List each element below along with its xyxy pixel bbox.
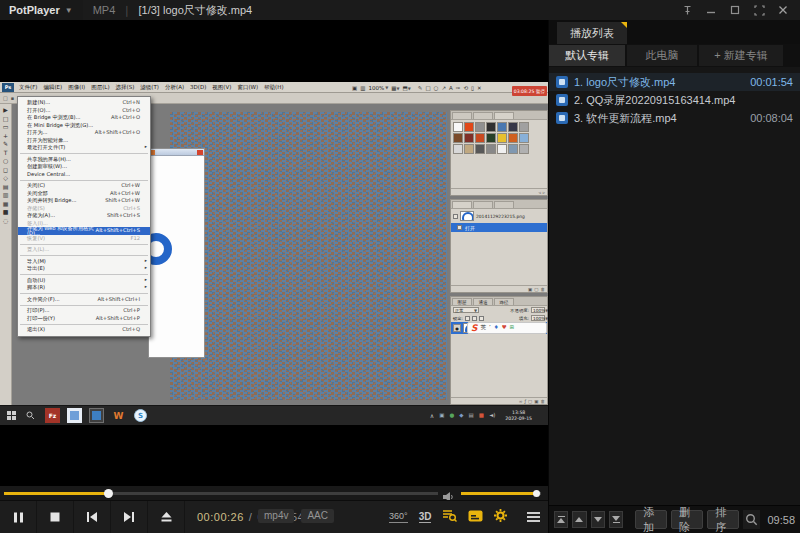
- taskbar-clock: 13:58 2022-09-15: [505, 410, 532, 421]
- title-codec-badge: MP4: [93, 4, 116, 16]
- taskbar-app-s: S: [134, 409, 147, 422]
- volume-slider[interactable]: [461, 492, 541, 495]
- video-codec-badge[interactable]: mp4v: [258, 509, 294, 523]
- playlist-item-duration: 00:01:54: [750, 76, 793, 88]
- ps-tool-icon: ▭: [3, 123, 9, 130]
- ps-tools-column: ▶□▭+✎T○◻◇▤▥▦■◌: [0, 104, 12, 405]
- ps-file-menu-item: 存储为 Web 和设备所用格式(D)... Alt+Shift+Ctrl+S: [18, 227, 150, 235]
- style-swatch: [475, 122, 485, 132]
- ps-file-menu-item: 文件简介(F)... Alt+Shift+Ctrl+I: [18, 296, 150, 304]
- style-swatch: [486, 133, 496, 143]
- volume-level: [461, 492, 537, 495]
- style-swatch: [497, 122, 507, 132]
- ps-history-panel: 20141129223215.png 打开 ▣▢🗑: [450, 199, 548, 293]
- ps-file-menu-item: 置入(L)...: [18, 246, 150, 254]
- maximize-button[interactable]: [726, 2, 744, 18]
- ps-file-menu-item: Device Central...: [18, 171, 150, 179]
- ps-file-menu-item: 导出(E): [18, 265, 150, 273]
- previous-button[interactable]: [74, 501, 111, 533]
- menu-hamburger-button[interactable]: [527, 512, 540, 522]
- seek-row: [0, 486, 548, 500]
- title-bar: PotPlayer ▼ MP4 ❘ [1/3] logo尺寸修改.mp4: [0, 0, 800, 20]
- ps-file-menu-item: 新建(N)... Ctrl+N: [18, 99, 150, 107]
- ps-file-menu-item: 共享我的屏幕(H)...: [18, 156, 150, 164]
- subtitle-search-button[interactable]: [442, 508, 457, 526]
- tray-or-ime-icon: ●: [449, 413, 454, 419]
- sogou-icons: 英’♦♥⊞: [480, 325, 514, 331]
- move-top-button[interactable]: [554, 511, 568, 528]
- move-bottom-button[interactable]: [609, 511, 623, 528]
- tab-default-album[interactable]: 默认专辑: [549, 45, 625, 66]
- ps-layers-tab: 通道: [473, 298, 493, 305]
- sogou-ime-bar: S 英’♦♥⊞: [467, 322, 547, 334]
- playlist-panel: 播放列表 默认专辑 此电脑 + 新建专辑 1. logo尺寸修改.mp4 00:…: [548, 20, 800, 533]
- minimize-button[interactable]: [702, 2, 720, 18]
- open-file-button[interactable]: [148, 501, 185, 533]
- seek-progress: [4, 492, 108, 495]
- pin-on-top-icon[interactable]: [678, 2, 696, 18]
- move-up-button[interactable]: [572, 511, 586, 528]
- ps-menu-item: 窗口(W): [236, 84, 259, 91]
- 3d-button[interactable]: 3D: [419, 511, 432, 523]
- ps-menu-item: 分析(A): [164, 84, 185, 91]
- tab-new-album[interactable]: + 新建专辑: [699, 45, 783, 66]
- tray-or-ime-icon: ◄): [489, 413, 495, 419]
- media-file-icon: [556, 94, 568, 106]
- playlist-item[interactable]: 2. QQ录屏20220915163414.mp4: [549, 91, 800, 109]
- ps-file-menu-item: 关闭并转到 Bridge... Shift+Ctrl+W: [18, 197, 150, 205]
- audio-codec-badge[interactable]: AAC: [301, 509, 334, 523]
- taskbar-app-active: [89, 408, 104, 423]
- annotation-tool-icon: A: [449, 85, 453, 91]
- annotation-tool-icon: ✕: [477, 85, 482, 91]
- ps-layers-tab: 图层: [452, 298, 472, 305]
- taskbar-app-fz: Fz: [45, 408, 60, 423]
- seek-bar[interactable]: [4, 492, 438, 495]
- chevron-down-icon: ▼: [65, 6, 73, 15]
- style-swatch: [453, 133, 463, 143]
- app-menu-button[interactable]: PotPlayer ▼: [0, 0, 83, 20]
- ps-styles-panel: ◃▹: [450, 110, 548, 196]
- annotation-tools: ✎□○↗A✑⟲▯✕: [418, 85, 482, 91]
- history-snapshot-name: 20141129223215.png: [476, 214, 525, 219]
- layers-blend-row: 正常▼ 不透明度: 100%▼: [451, 306, 547, 314]
- subtitle-button[interactable]: [468, 508, 483, 526]
- ps-tool-icon: +: [3, 132, 8, 139]
- ps-tool-icon: ▤: [3, 183, 9, 190]
- annotation-tool-icon: ○: [434, 85, 439, 91]
- tab-playlist[interactable]: 播放列表: [557, 22, 627, 44]
- move-down-button[interactable]: [591, 511, 605, 528]
- settings-gear-icon[interactable]: [494, 508, 507, 526]
- seek-thumb[interactable]: [104, 489, 113, 498]
- tab-this-pc[interactable]: 此电脑: [627, 45, 697, 66]
- style-swatch: [508, 144, 518, 154]
- fullscreen-button[interactable]: [750, 2, 768, 18]
- opacity-dropdown: 100%▼: [531, 307, 545, 313]
- annotation-tool-icon: ✑: [456, 85, 461, 91]
- ps-file-menu-item: 退出(X) Ctrl+Q: [18, 326, 150, 334]
- playlist-item[interactable]: 3. 软件更新流程.mp4 00:08:04: [549, 109, 800, 127]
- video-surface[interactable]: Ps 文件(F)编辑(E)图像(I)图层(L)选择(S)滤镜(T)分析(A)3D…: [0, 20, 548, 486]
- ps-menu-item: 滤镜(T): [139, 84, 160, 91]
- pause-button[interactable]: [0, 501, 37, 533]
- styles-grid: [451, 120, 537, 156]
- media-file-icon: [556, 112, 568, 124]
- zoom-level-control: 100%▼: [368, 85, 388, 91]
- playlist-search-icon[interactable]: [743, 510, 760, 529]
- ps-layers-tab: 路径: [494, 298, 514, 305]
- player-pane: Ps 文件(F)编辑(E)图像(I)图层(L)选择(S)滤镜(T)分析(A)3D…: [0, 20, 548, 533]
- delete-button[interactable]: 删除: [671, 510, 703, 529]
- style-swatch: [497, 133, 507, 143]
- tray-or-ime-icon: ▣: [439, 413, 444, 419]
- volume-thumb[interactable]: [533, 490, 540, 497]
- ps-menu-item: 3D(D): [189, 84, 207, 90]
- tray-or-ime-icon: ♥: [502, 325, 507, 331]
- recording-timer-badge: 03:08:25 暂停: [512, 86, 547, 96]
- vr-360-button[interactable]: 360°: [389, 511, 408, 523]
- stop-button[interactable]: [37, 501, 74, 533]
- add-button[interactable]: 添加: [635, 510, 667, 529]
- tray-or-ime-icon: ⊞: [510, 325, 515, 331]
- sort-button[interactable]: 排序: [707, 510, 739, 529]
- next-button[interactable]: [111, 501, 148, 533]
- close-button[interactable]: [774, 2, 792, 18]
- playlist-item[interactable]: 1. logo尺寸修改.mp4 00:01:54: [549, 73, 800, 91]
